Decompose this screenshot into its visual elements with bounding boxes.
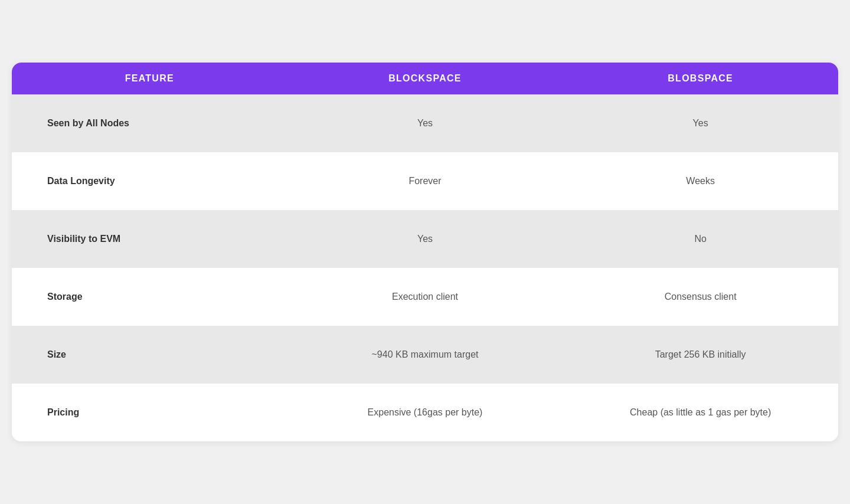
feature-label-seen-by-all-nodes: Seen by All Nodes xyxy=(12,94,287,152)
comparison-table: FEATURE BLOCKSPACE BLOBSPACE Seen by All… xyxy=(12,63,838,441)
header-blobspace: BLOBSPACE xyxy=(563,73,838,84)
header-blockspace: BLOCKSPACE xyxy=(287,73,563,84)
feature-label-pricing: Pricing xyxy=(12,384,287,441)
table-header: FEATURE BLOCKSPACE BLOBSPACE xyxy=(12,63,838,94)
blockspace-value-size: ~940 KB maximum target xyxy=(287,326,563,384)
table-row-storage: StorageExecution clientConsensus client xyxy=(12,268,838,326)
blobspace-value-size: Target 256 KB initially xyxy=(563,326,838,384)
table-row-data-longevity: Data LongevityForeverWeeks xyxy=(12,152,838,210)
table-row-size: Size~940 KB maximum targetTarget 256 KB … xyxy=(12,326,838,384)
feature-label-visibility-to-evm: Visibility to EVM xyxy=(12,210,287,268)
table-row-visibility-to-evm: Visibility to EVMYesNo xyxy=(12,210,838,268)
feature-label-storage: Storage xyxy=(12,268,287,326)
blobspace-value-seen-by-all-nodes: Yes xyxy=(563,94,838,152)
blockspace-value-visibility-to-evm: Yes xyxy=(287,210,563,268)
table-body: Seen by All NodesYesYesData LongevityFor… xyxy=(12,94,838,441)
table-row-pricing: PricingExpensive (16gas per byte)Cheap (… xyxy=(12,384,838,441)
blockspace-value-data-longevity: Forever xyxy=(287,152,563,210)
feature-label-size: Size xyxy=(12,326,287,384)
blobspace-value-data-longevity: Weeks xyxy=(563,152,838,210)
blobspace-value-pricing: Cheap (as little as 1 gas per byte) xyxy=(563,384,838,441)
blobspace-value-storage: Consensus client xyxy=(563,268,838,326)
header-feature: FEATURE xyxy=(12,73,287,84)
blockspace-value-storage: Execution client xyxy=(287,268,563,326)
feature-label-data-longevity: Data Longevity xyxy=(12,152,287,210)
blockspace-value-pricing: Expensive (16gas per byte) xyxy=(287,384,563,441)
blobspace-value-visibility-to-evm: No xyxy=(563,210,838,268)
table-row-seen-by-all-nodes: Seen by All NodesYesYes xyxy=(12,94,838,152)
blockspace-value-seen-by-all-nodes: Yes xyxy=(287,94,563,152)
